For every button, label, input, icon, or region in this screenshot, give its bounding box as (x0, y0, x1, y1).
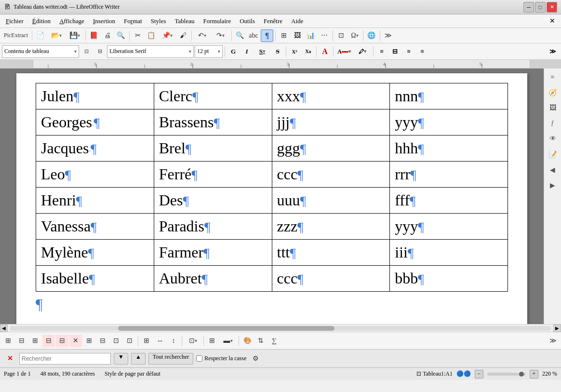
insert-image[interactable]: 🖼 (291, 29, 304, 42)
table-cell[interactable]: Leo¶ (36, 162, 154, 188)
find-down-arrow[interactable]: ▼ (114, 353, 128, 365)
sidebar-arrow2[interactable]: ▶ (546, 178, 560, 192)
paragraph-style-select[interactable]: Contenu de tableau ▾ (2, 45, 79, 58)
tt-insert-col-after[interactable]: ⊞ (29, 335, 41, 347)
table-cell[interactable]: ccc¶ (272, 266, 390, 292)
menu-edition[interactable]: Édition (28, 16, 54, 27)
table-cell[interactable]: fff¶ (390, 188, 508, 214)
font-size-select[interactable]: 12 pt ▾ (195, 45, 223, 58)
align-justify[interactable]: ≡ (416, 45, 428, 58)
tt-more1[interactable]: ⊞ (140, 335, 153, 347)
table-cell[interactable]: Henri¶ (36, 188, 154, 214)
tt-sort[interactable]: ⇅ (254, 335, 267, 347)
find-button[interactable]: 🔍 (234, 29, 246, 42)
zoom-in[interactable]: + (530, 370, 538, 378)
sidebar-arrow[interactable]: ◀ (546, 163, 560, 176)
table-cell[interactable]: Mylène¶ (36, 240, 154, 266)
menu-fenetre[interactable]: Fenêtre (260, 16, 286, 27)
scroll-left[interactable]: ◀ (0, 324, 8, 332)
spellcheck[interactable]: abc (247, 29, 260, 42)
export-pdf[interactable]: 📕 (88, 29, 100, 42)
undo-dropdown[interactable]: ↶▾ (194, 29, 211, 42)
tt-background[interactable]: 🎨 (241, 335, 254, 347)
minimize-button[interactable]: ─ (523, 2, 534, 13)
table-cell[interactable]: ttt¶ (272, 240, 390, 266)
menu-outils[interactable]: Outils (236, 16, 259, 27)
sidebar-functions[interactable]: ƒ (546, 117, 560, 130)
table-cell[interactable]: Brel¶ (154, 135, 272, 162)
insert-field[interactable]: ⊡ (335, 29, 347, 42)
cut-button[interactable]: ✂ (132, 29, 144, 42)
table-cell[interactable]: Ferré¶ (154, 162, 272, 188)
scroll-right[interactable]: ▶ (553, 324, 561, 332)
new-button[interactable]: 📄 (34, 29, 47, 42)
zoom-out[interactable]: − (475, 370, 483, 378)
insert-chart[interactable]: 📊 (305, 29, 317, 42)
match-case-checkbox[interactable] (196, 355, 202, 362)
print-button[interactable]: 🖨 (101, 29, 114, 42)
table-cell[interactable]: Des¶ (154, 188, 272, 214)
menu-tableau[interactable]: Tableau (171, 16, 198, 27)
table-cell[interactable]: Julen¶ (36, 83, 154, 109)
style-extra-1[interactable]: ⊡ (80, 45, 93, 58)
save-dropdown[interactable]: 💾▾ (66, 29, 83, 42)
tt-more[interactable]: ≫ (547, 335, 559, 347)
menu-format[interactable]: Format (120, 16, 146, 27)
tt-row-height[interactable]: ↕ (167, 335, 180, 347)
find-close[interactable]: ✕ (4, 352, 16, 365)
match-case-checkbox-label[interactable]: Respecter la casse (196, 355, 246, 362)
horizontal-scrollbar[interactable]: ◀ ▶ (0, 324, 561, 332)
table-cell[interactable]: iii¶ (390, 240, 508, 266)
table-cell[interactable]: bbb¶ (390, 266, 508, 292)
maximize-button[interactable]: □ (535, 2, 546, 13)
table-cell[interactable]: Jacques·¶ (36, 135, 154, 162)
sidebar-navigator[interactable]: 🧭 (546, 86, 560, 99)
tt-optimize2[interactable]: ⊡ (123, 335, 136, 347)
menu-affichage[interactable]: Affichage (55, 16, 88, 27)
table-cell[interactable]: jjj¶ (272, 109, 390, 135)
sidebar-gallery[interactable]: 🖼 (546, 101, 560, 115)
menu-fichier[interactable]: Fichier (2, 16, 27, 27)
table-cell[interactable]: nnn¶ (390, 83, 508, 109)
table-cell[interactable]: hhh¶ (390, 135, 508, 162)
align-center[interactable]: ⊟ (389, 45, 401, 58)
toolbar2-more[interactable]: ≫ (547, 45, 559, 58)
copy-button[interactable]: 📋 (145, 29, 158, 42)
table-cell[interactable]: Georges·¶ (36, 109, 154, 135)
char-highlight-button[interactable]: A (319, 45, 331, 58)
sidebar-manage[interactable]: 📝 (546, 148, 560, 161)
style-extra-2[interactable]: ⊟ (94, 45, 106, 58)
table-cell[interactable]: ccc¶ (272, 162, 390, 188)
table-cell[interactable]: Vanessa¶ (36, 214, 154, 240)
table-cell[interactable]: Paradis¶ (154, 214, 272, 240)
table-cell[interactable]: Brassens¶ (154, 109, 272, 135)
tt-optimize[interactable]: ⊡ (110, 335, 122, 347)
tt-insert-row-below[interactable]: ⊟ (56, 335, 68, 347)
tt-split-merge2[interactable]: ⊟ (96, 335, 109, 347)
tt-insert-row-above[interactable]: ⊟ (42, 335, 55, 347)
tt-split-merge[interactable]: ⊞ (83, 335, 95, 347)
print-preview[interactable]: 🔍 (115, 29, 127, 42)
tt-insert-table[interactable]: ⊞ (2, 335, 14, 347)
tt-insert-col-before[interactable]: ⊟ (15, 335, 28, 347)
menu-formulaire[interactable]: Formulaire (199, 16, 235, 27)
clone-format[interactable]: 🖌 (177, 29, 189, 42)
superscript-button[interactable]: X² (288, 45, 301, 58)
font-color-dropdown[interactable]: A▾ (335, 45, 353, 58)
insert-more[interactable]: ⋯ (318, 29, 331, 42)
open-dropdown[interactable]: 📂▾ (48, 29, 65, 42)
tt-formula[interactable]: ∑ (268, 335, 280, 347)
hyperlink[interactable]: 🌐 (365, 29, 378, 42)
zoom-slider[interactable] (487, 373, 526, 376)
tt-border-color[interactable]: ▬▾ (219, 335, 237, 347)
table-cell[interactable]: ggg¶ (272, 135, 390, 162)
tt-delete-row[interactable]: ✕ (69, 335, 82, 347)
underline-dropdown[interactable]: S▾ (254, 45, 270, 58)
find-input[interactable] (19, 353, 111, 365)
tt-col-width[interactable]: ↔ (154, 335, 166, 347)
table-cell[interactable]: Clerc¶ (154, 83, 272, 109)
formatting-marks[interactable]: ¶ (261, 29, 273, 42)
menu-insertion[interactable]: Insertion (89, 16, 119, 27)
menu-aide[interactable]: Aide (287, 16, 307, 27)
highlight-dropdown[interactable]: 🖍▾ (354, 45, 371, 58)
